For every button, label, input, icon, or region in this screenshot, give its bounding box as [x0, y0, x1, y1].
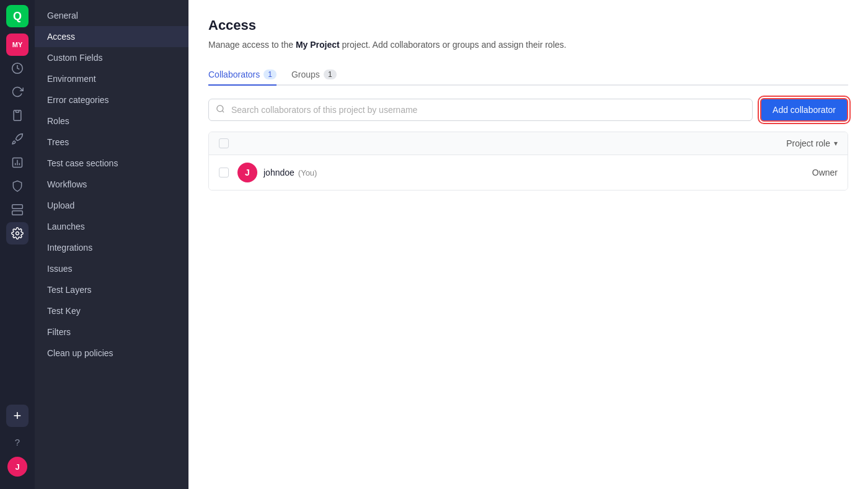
sidebar-item-error-categories[interactable]: Error categories: [35, 89, 188, 110]
tab-badge: 1: [324, 70, 337, 79]
username: johndoe: [264, 168, 294, 177]
sidebar-item-access[interactable]: Access: [35, 26, 188, 47]
select-all-checkbox[interactable]: [219, 138, 229, 148]
sidebar-item-test-key[interactable]: Test Key: [35, 300, 188, 321]
table-row: J johndoe (You) Owner: [209, 155, 848, 190]
sidebar-item-workflows[interactable]: Workflows: [35, 174, 188, 195]
rocket-nav-icon[interactable]: [6, 128, 29, 150]
tab-badge: 1: [264, 70, 277, 79]
sidebar-item-test-layers[interactable]: Test Layers: [35, 279, 188, 300]
sidebar-item-upload[interactable]: Upload: [35, 195, 188, 216]
refresh-nav-icon[interactable]: [6, 81, 29, 103]
description: Manage access to the My Project project.…: [208, 40, 848, 50]
add-collaborator-button[interactable]: Add collaborator: [760, 98, 848, 122]
tab-label: Collaborators: [208, 70, 260, 79]
user-info: johndoe (You): [264, 168, 812, 177]
search-wrapper: [208, 99, 753, 121]
sidebar-item-issues[interactable]: Issues: [35, 258, 188, 279]
svg-point-7: [16, 232, 19, 235]
sidebar-item-roles[interactable]: Roles: [35, 110, 188, 132]
you-badge: (You): [298, 168, 317, 177]
logo-button[interactable]: Q: [6, 5, 29, 27]
security-nav-icon[interactable]: [6, 175, 29, 197]
sidebar-item-filters[interactable]: Filters: [35, 321, 188, 343]
project-role-column-header[interactable]: Project role ▾: [786, 138, 838, 148]
description-suffix: project. Add collaborators or groups and…: [340, 40, 567, 50]
svg-point-8: [217, 105, 223, 112]
search-input[interactable]: [208, 99, 753, 121]
table-header: Project role ▾: [209, 132, 848, 155]
tabs-bar: Collaborators1Groups1: [208, 65, 848, 86]
tab-label: Groups: [291, 70, 320, 79]
sidebar-item-general[interactable]: General: [35, 5, 188, 26]
add-nav-icon[interactable]: +: [6, 405, 29, 427]
sidebar-item-custom-fields[interactable]: Custom Fields: [35, 47, 188, 68]
user-avatar-nav[interactable]: J: [7, 457, 27, 477]
main-content: Access Manage access to the My Project p…: [188, 0, 868, 489]
sidebar: GeneralAccessCustom FieldsEnvironmentErr…: [35, 0, 188, 489]
my-project-button[interactable]: MY: [6, 34, 29, 56]
row-checkbox[interactable]: [219, 168, 229, 177]
svg-rect-4: [12, 211, 23, 215]
gear-nav-icon[interactable]: [6, 222, 29, 244]
table-header-left: [219, 138, 237, 148]
search-row: Add collaborator: [208, 98, 848, 122]
tab-collaborators[interactable]: Collaborators1: [208, 65, 277, 86]
icon-nav: Q MY + ? J: [0, 0, 35, 489]
chevron-down-icon: ▾: [834, 139, 838, 148]
chart-nav-icon[interactable]: [6, 151, 29, 174]
sidebar-item-test-case-sections[interactable]: Test case sections: [35, 153, 188, 174]
svg-rect-1: [16, 110, 19, 112]
svg-rect-3: [12, 205, 23, 209]
description-prefix: Manage access to the: [208, 40, 296, 50]
sidebar-item-trees[interactable]: Trees: [35, 132, 188, 153]
project-name: My Project: [296, 40, 340, 50]
search-icon: [216, 104, 225, 115]
user-avatar: J: [237, 163, 257, 182]
page-title: Access: [208, 17, 848, 34]
svg-line-9: [222, 110, 224, 112]
storage-nav-icon[interactable]: [6, 199, 29, 221]
sidebar-item-environment[interactable]: Environment: [35, 68, 188, 89]
role-label: Owner: [812, 168, 838, 177]
tab-groups[interactable]: Groups1: [291, 65, 337, 86]
sidebar-item-integrations[interactable]: Integrations: [35, 237, 188, 258]
sidebar-item-launches[interactable]: Launches: [35, 216, 188, 237]
clipboard-nav-icon[interactable]: [6, 104, 29, 127]
logo-letter: Q: [13, 10, 22, 23]
help-nav-icon[interactable]: ?: [6, 431, 29, 453]
sidebar-item-clean-up-policies[interactable]: Clean up policies: [35, 343, 188, 364]
dashboard-nav-icon[interactable]: [6, 57, 29, 79]
collaborators-table: Project role ▾ J johndoe (You) Owner: [208, 132, 848, 191]
